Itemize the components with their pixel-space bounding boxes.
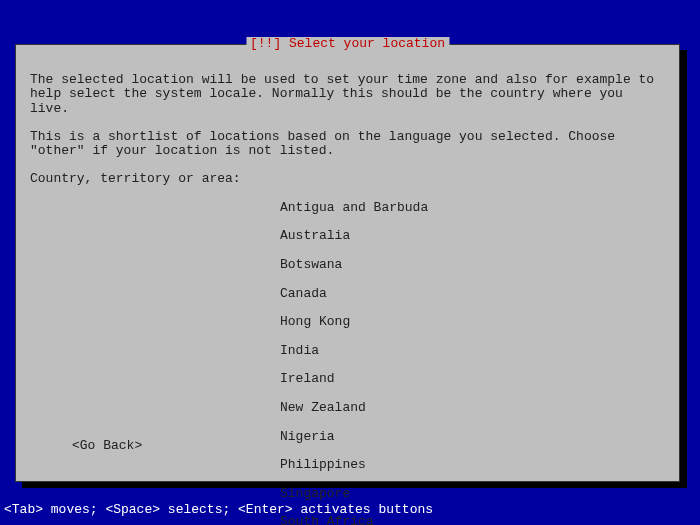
list-item[interactable]: India [280,344,665,358]
dialog-prompt: Country, territory or area: [30,172,665,186]
dialog-body: The selected location will be used to se… [16,45,679,525]
location-dialog: [!!] Select your location The selected l… [15,44,680,482]
list-item[interactable]: Nigeria [280,430,665,444]
list-item[interactable]: Singapore [280,487,665,501]
dialog-description-1: The selected location will be used to se… [30,73,665,116]
list-item[interactable]: Hong Kong [280,315,665,329]
list-item[interactable]: Antigua and Barbuda [280,201,665,215]
list-item[interactable]: Botswana [280,258,665,272]
go-back-button[interactable]: <Go Back> [72,439,142,453]
dialog-title: [!!] Select your location [246,37,449,51]
list-item[interactable]: Australia [280,229,665,243]
footer-hint: <Tab> moves; <Space> selects; <Enter> ac… [4,503,433,517]
dialog-description-2: This is a shortlist of locations based o… [30,130,665,159]
list-item[interactable]: New Zealand [280,401,665,415]
list-item[interactable]: Ireland [280,372,665,386]
location-list[interactable]: Antigua and BarbudaAustraliaBotswanaCana… [280,201,665,525]
list-item[interactable]: Philippines [280,458,665,472]
list-item[interactable]: Canada [280,287,665,301]
